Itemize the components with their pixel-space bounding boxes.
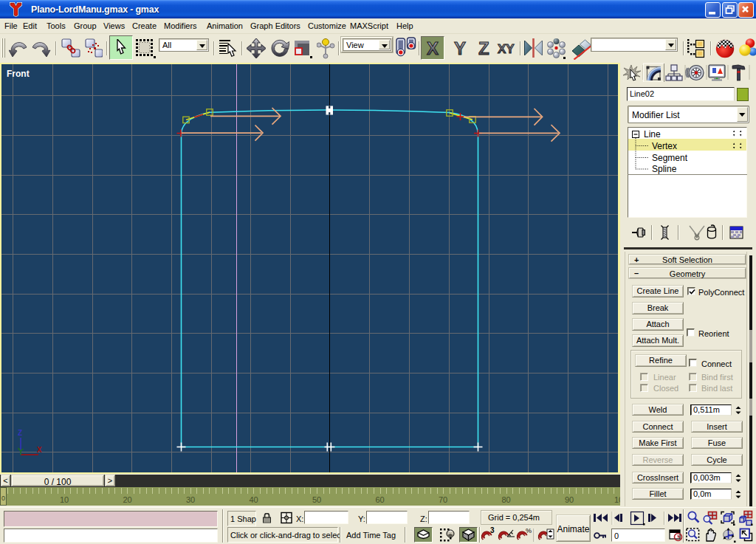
svg-text:Z: Z	[18, 429, 22, 437]
svg-text:20: 20	[123, 495, 131, 504]
svg-text:3: 3	[490, 526, 495, 534]
svg-text:%: %	[526, 527, 532, 534]
svg-text:XY: XY	[498, 42, 515, 56]
svg-text:Vertex: Vertex	[652, 141, 677, 151]
svg-text:Line: Line	[644, 129, 661, 140]
svg-text:60: 60	[375, 495, 384, 504]
svg-text:X: X	[427, 38, 439, 58]
svg-text:90: 90	[565, 495, 574, 504]
svg-text:X: X	[37, 446, 42, 454]
svg-text:80: 80	[501, 495, 510, 504]
svg-text:40: 40	[249, 495, 258, 504]
svg-text:Z: Z	[478, 38, 489, 58]
svg-text:70: 70	[439, 495, 447, 504]
svg-text:30: 30	[186, 495, 195, 504]
svg-text:10: 10	[60, 495, 69, 504]
svg-text:0: 0	[1, 495, 5, 502]
svg-text:Segment: Segment	[652, 153, 688, 163]
svg-text:Spline: Spline	[652, 164, 677, 174]
svg-text:10: 10	[614, 495, 620, 504]
svg-text:Front: Front	[7, 69, 30, 79]
svg-text:50: 50	[312, 495, 321, 504]
svg-text:Y: Y	[454, 38, 466, 58]
